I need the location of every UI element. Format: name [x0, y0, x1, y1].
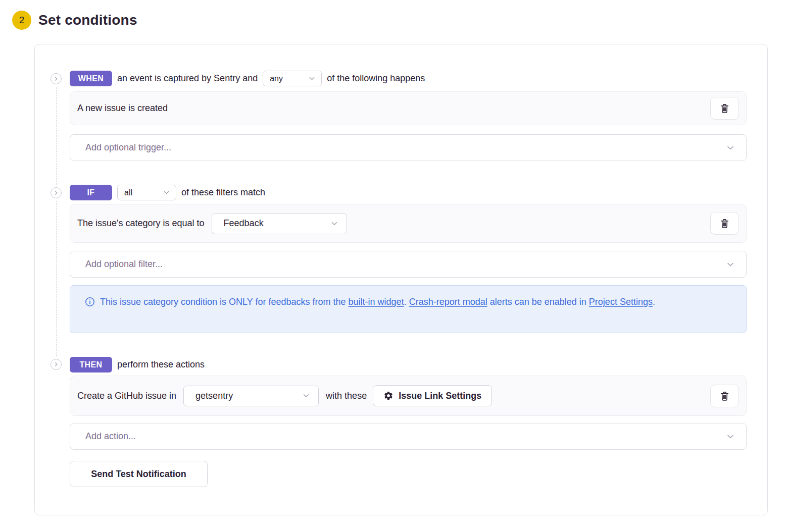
project-settings-link[interactable]: Project Settings — [589, 297, 653, 307]
when-text-before: an event is captured by Sentry and — [117, 73, 258, 84]
alert-text-segment: . — [404, 297, 409, 307]
collapse-when-button[interactable] — [51, 73, 62, 84]
step-number-badge: 2 — [12, 11, 31, 30]
when-header: WHEN an event is captured by Sentry and … — [70, 71, 747, 86]
if-badge: IF — [70, 185, 112, 200]
trash-icon — [719, 103, 730, 114]
github-project-value: getsentry — [195, 391, 233, 401]
chevron-down-icon — [726, 143, 735, 152]
gear-icon — [383, 391, 393, 401]
add-action-select[interactable]: Add action... — [70, 423, 747, 450]
then-badge: THEN — [70, 357, 112, 373]
trigger-condition-label: A new issue is created — [77, 103, 168, 114]
then-header: THEN perform these actions — [70, 357, 747, 373]
collapse-if-button[interactable] — [51, 187, 62, 198]
alert-text-segment: . — [653, 297, 655, 307]
info-alert: This issue category condition is ONLY fo… — [70, 285, 747, 333]
trash-icon — [719, 218, 730, 229]
info-icon — [85, 297, 95, 307]
issue-link-settings-label: Issue Link Settings — [399, 391, 481, 401]
chevron-right-icon — [53, 76, 59, 82]
trash-icon — [719, 391, 730, 401]
add-filter-placeholder: Add optional filter... — [85, 259, 163, 270]
send-test-notification-button[interactable]: Send Test Notification — [70, 461, 208, 487]
add-trigger-select[interactable]: Add optional trigger... — [70, 134, 747, 161]
if-header: IF all of these filters match — [70, 185, 747, 200]
alert-message: This issue category condition is ONLY fo… — [100, 294, 655, 309]
chevron-down-icon — [330, 220, 338, 228]
step-connector-line — [56, 87, 57, 185]
add-filter-select[interactable]: Add optional filter... — [70, 251, 747, 278]
chevron-down-icon — [308, 75, 316, 82]
chevron-down-icon — [163, 189, 170, 196]
action-row: Create a GitHub issue in getsentry with … — [70, 376, 747, 416]
filter-value-select[interactable]: Feedback — [212, 213, 347, 234]
page-title: Set conditions — [38, 12, 137, 28]
alert-text-segment: alerts can be enabled in — [487, 297, 589, 307]
chevron-down-icon — [302, 392, 310, 400]
if-match-select[interactable]: all — [117, 185, 176, 200]
delete-filter-button[interactable] — [710, 212, 739, 235]
filter-condition-label: The issue's category is equal to — [77, 218, 205, 229]
when-match-value: any — [270, 74, 283, 83]
chevron-right-icon — [53, 361, 59, 367]
built-in-widget-link[interactable]: built-in widget — [349, 297, 404, 307]
if-match-value: all — [124, 188, 132, 197]
when-text-after: of the following happens — [327, 73, 425, 84]
github-project-select[interactable]: getsentry — [183, 386, 319, 406]
filter-condition-row: The issue's category is equal to Feedbac… — [70, 204, 747, 243]
filter-value: Feedback — [224, 218, 264, 229]
chevron-down-icon — [726, 432, 735, 441]
conditions-panel: WHEN an event is captured by Sentry and … — [34, 44, 768, 515]
when-badge: WHEN — [70, 71, 112, 86]
alert-text-segment: This issue category condition is ONLY fo… — [100, 297, 349, 307]
then-text-after: perform these actions — [117, 359, 205, 370]
step-connector-line — [56, 201, 57, 356]
if-text-after: of these filters match — [181, 187, 265, 198]
when-match-select[interactable]: any — [263, 71, 322, 86]
issue-link-settings-button[interactable]: Issue Link Settings — [373, 385, 492, 406]
action-label: Create a GitHub issue in — [77, 391, 176, 401]
crash-report-modal-link[interactable]: Crash-report modal — [409, 297, 487, 307]
step-header: 2 Set conditions — [0, 0, 788, 30]
action-middle-text: with these — [326, 391, 367, 401]
chevron-right-icon — [53, 190, 59, 196]
trigger-condition-row: A new issue is created — [70, 91, 747, 125]
chevron-down-icon — [726, 260, 735, 269]
add-action-placeholder: Add action... — [85, 431, 136, 442]
add-trigger-placeholder: Add optional trigger... — [85, 142, 171, 153]
delete-action-button[interactable] — [710, 385, 739, 407]
delete-trigger-button[interactable] — [710, 97, 739, 120]
collapse-then-button[interactable] — [51, 359, 62, 370]
